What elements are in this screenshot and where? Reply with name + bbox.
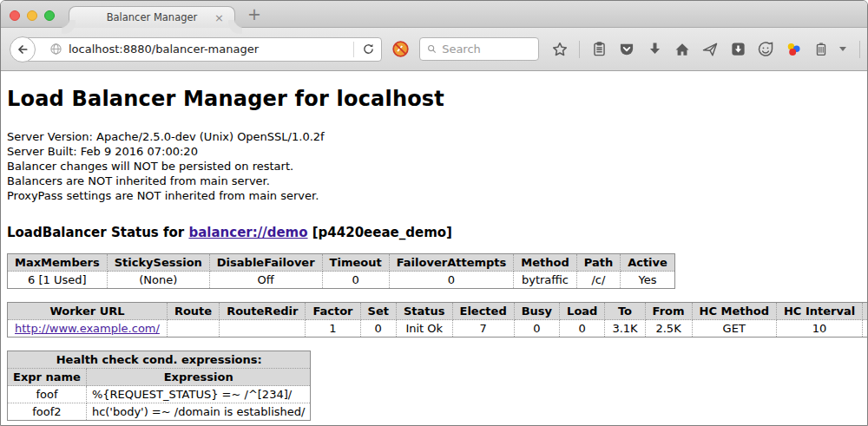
server-built-line: Server Built: Feb 9 2016 07:00:20 — [7, 144, 860, 159]
urlbar-divider — [353, 42, 354, 57]
traffic-lights — [10, 10, 55, 21]
table-cell: 0 — [360, 320, 396, 338]
balancer-summary-table: MaxMembers StickySession DisableFailover… — [7, 253, 675, 289]
worker-status-table: Worker URL Route RouteRedir Factor Set S… — [7, 302, 867, 338]
expr-name-cell: foof — [8, 386, 87, 403]
downloads-icon — [647, 41, 663, 57]
column-header: HC Interval — [776, 303, 862, 320]
balancer-demo-link[interactable]: balancer://demo — [188, 225, 307, 240]
bookmark-star-icon — [551, 41, 569, 58]
send-tab-icon — [701, 41, 719, 58]
persist-notice-line: Balancer changes will NOT be persisted o… — [7, 159, 860, 174]
url-input[interactable] — [69, 43, 352, 56]
overflow-chevron-icon — [839, 47, 846, 51]
feedback-smiley-icon — [757, 41, 774, 58]
table-cell: /c/ — [576, 272, 620, 289]
block-plugin-button[interactable] — [391, 40, 410, 58]
expr-name-cell: foof2 — [8, 403, 87, 421]
reload-icon — [362, 43, 375, 56]
table-cell: 0 — [560, 320, 605, 338]
column-header: Busy — [514, 303, 559, 320]
titlebar: Balancer Manager × + — [1, 1, 867, 28]
feedback-smiley-button[interactable] — [756, 40, 775, 59]
reading-list-button[interactable] — [589, 40, 608, 59]
table-cell — [220, 320, 306, 338]
home-button[interactable] — [673, 40, 692, 59]
zoom-window-button[interactable] — [44, 10, 55, 21]
column-header: Timeout — [322, 254, 389, 272]
reload-button[interactable] — [356, 43, 381, 56]
table-cell: (None) — [107, 272, 209, 289]
reading-list-icon — [591, 41, 608, 57]
column-header: Path — [576, 254, 620, 272]
overflow-chevron-button[interactable] — [839, 40, 850, 59]
column-header: Passes — [863, 303, 867, 320]
column-header: Status — [396, 303, 452, 320]
video-download-icon — [730, 41, 746, 57]
downloads-button[interactable] — [645, 40, 664, 59]
pocket-button[interactable] — [617, 40, 636, 59]
column-header: Factor — [306, 303, 360, 320]
table-cell: 1 (0) — [863, 320, 867, 338]
back-button[interactable] — [10, 36, 36, 62]
tab-balancer-manager[interactable]: Balancer Manager × — [69, 6, 235, 28]
browser-window: Balancer Manager × + — [0, 0, 868, 426]
column-header: MaxMembers — [8, 254, 108, 272]
status-heading-suffix: [p4420eeae_demo] — [308, 225, 452, 240]
home-icon — [674, 41, 691, 58]
proxypass-notice-line: ProxyPass settings are NOT inherited fro… — [7, 188, 860, 203]
status-heading-prefix: LoadBalancer Status for — [7, 225, 188, 240]
block-plugin-icon — [391, 40, 410, 58]
table-cell: 0 — [514, 320, 559, 338]
column-header: HC Method — [692, 303, 776, 320]
video-download-button[interactable] — [728, 40, 747, 59]
column-header: Elected — [452, 303, 514, 320]
table-cell — [167, 320, 219, 338]
bookmark-star-button[interactable] — [550, 40, 569, 59]
globe-icon — [43, 43, 69, 56]
column-header: Expression — [86, 369, 311, 386]
search-icon — [427, 43, 437, 55]
back-icon — [16, 43, 30, 56]
worker-url-cell: http://www.example.com/ — [8, 320, 168, 338]
table-cell: GET — [692, 320, 776, 338]
health-check-expressions-table: Health check cond. expressions: Expr nam… — [7, 351, 311, 421]
toolbar-buttons — [550, 40, 868, 59]
table-cell: 7 — [452, 320, 514, 338]
column-header: Method — [514, 254, 576, 272]
new-tab-button[interactable]: + — [247, 4, 261, 23]
table-cell: 0 — [322, 272, 389, 289]
toolbar-divider — [579, 41, 580, 58]
loadbalancer-status-heading: LoadBalancer Status for balancer://demo … — [7, 225, 860, 240]
search-input[interactable] — [442, 43, 531, 56]
minimize-window-button[interactable] — [27, 10, 37, 21]
table-cell: 2.5K — [645, 320, 692, 338]
url-bar[interactable] — [22, 37, 382, 62]
column-header: Set — [360, 303, 396, 320]
table-row: 6 [1 Used] (None) Off 0 0 bytraffic /c/ … — [8, 272, 675, 289]
table-cell: 10 — [776, 320, 862, 338]
search-bar[interactable] — [419, 37, 539, 61]
notes-button[interactable] — [812, 40, 831, 59]
table-row: foof %{REQUEST_STATUS} =~ /^[234]/ — [8, 386, 311, 403]
navigation-toolbar — [1, 28, 867, 71]
balancers-notice-line: Balancers are NOT inherited from main se… — [7, 174, 860, 188]
expression-cell: %{REQUEST_STATUS} =~ /^[234]/ — [86, 386, 311, 403]
column-header: RouteRedir — [220, 303, 306, 320]
tab-close-icon[interactable]: × — [214, 12, 224, 23]
hc-table-title: Health check cond. expressions: — [8, 351, 311, 369]
table-cell: 6 [1 Used] — [8, 272, 108, 289]
close-window-button[interactable] — [10, 10, 20, 21]
page-content: Load Balancer Manager for localhost Serv… — [1, 71, 867, 425]
table-row: foof2 hc('body') =~ /domain is establish… — [8, 403, 311, 421]
column-header: DisableFailover — [209, 254, 322, 272]
column-header: Expr name — [8, 369, 87, 386]
table-cell: Off — [209, 272, 322, 289]
column-header: To — [605, 303, 645, 320]
column-header: FailoverAttempts — [389, 254, 514, 272]
worker-url-link[interactable]: http://www.example.com/ — [15, 322, 160, 335]
send-tab-button[interactable] — [700, 40, 720, 59]
table-cell: Init Ok — [396, 320, 452, 338]
table-cell: Yes — [621, 272, 675, 289]
colored-dots-icon[interactable] — [784, 40, 803, 59]
